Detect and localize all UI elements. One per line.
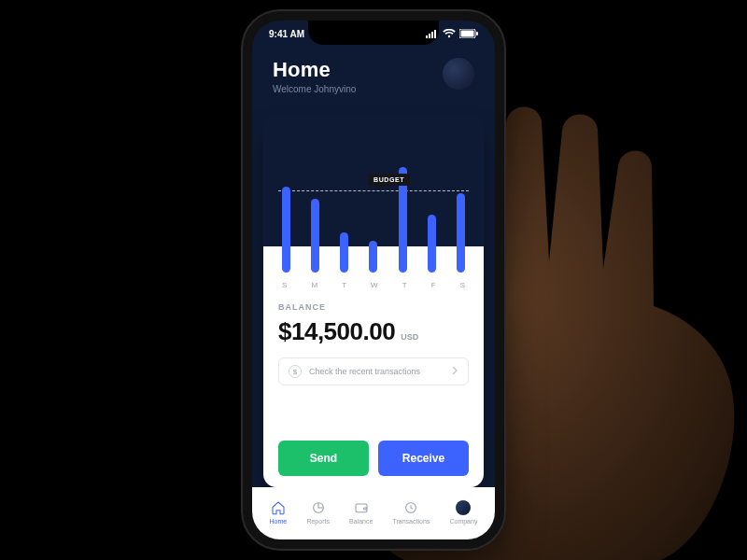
home-icon: [271, 500, 286, 515]
svg-rect-1: [429, 34, 430, 38]
balance-currency: USD: [401, 332, 418, 342]
svg-rect-5: [461, 31, 474, 37]
tab-balance-label: Balance: [349, 518, 373, 525]
budget-tag: BUDGET: [368, 174, 410, 186]
svg-rect-2: [431, 32, 433, 38]
phone-frame: 9:41 AM Home Welcome Johnyvino EXPENSE B…: [243, 11, 504, 549]
main-card: EXPENSE BUDGET SMTWTFS BALANCE $14,500.0…: [263, 123, 484, 487]
tab-home[interactable]: Home: [270, 500, 288, 525]
chart-x-label: T: [342, 281, 346, 289]
status-time: 9:41 AM: [269, 29, 304, 39]
recent-transactions-label: Check the recent transactions: [309, 367, 420, 376]
chart-bar: [311, 199, 319, 273]
receive-button[interactable]: Receive: [378, 441, 469, 476]
tab-company-label: Company: [449, 518, 477, 525]
chart-x-label: M: [311, 281, 317, 289]
chart-bar: [282, 187, 290, 273]
avatar[interactable]: [443, 58, 474, 90]
clock-icon: [403, 500, 418, 515]
tab-balance[interactable]: Balance: [349, 500, 373, 525]
recent-transactions-link[interactable]: $ Check the recent transactions: [278, 357, 469, 385]
svg-rect-3: [434, 30, 436, 38]
chart-bar: [340, 232, 348, 273]
expense-chart: BUDGET SMTWTFS: [278, 157, 469, 289]
svg-rect-6: [476, 32, 478, 35]
chart-x-label: S: [460, 281, 465, 289]
company-avatar-icon: [456, 500, 471, 515]
tab-transactions[interactable]: Transactions: [392, 500, 430, 525]
status-bar: 9:41 AM: [252, 26, 495, 41]
tab-home-label: Home: [270, 518, 288, 525]
chart-x-label: S: [282, 281, 287, 289]
wifi-icon: [443, 29, 456, 38]
dollar-icon: $: [289, 365, 302, 378]
welcome-text: Welcome Johnyvino: [273, 84, 474, 94]
signal-icon: [426, 30, 439, 38]
chart-x-label: W: [371, 281, 378, 289]
chart-bar: [369, 241, 377, 273]
balance-amount: $14,500.00: [278, 317, 395, 346]
tab-reports-label: Reports: [306, 518, 330, 525]
tab-company[interactable]: Company: [449, 500, 477, 525]
tab-transactions-label: Transactions: [392, 518, 430, 525]
balance-label: BALANCE: [278, 302, 469, 312]
chart-x-label: T: [402, 281, 407, 289]
send-button[interactable]: Send: [278, 441, 369, 476]
chart-bar: [428, 215, 436, 273]
chart-x-label: F: [431, 281, 436, 289]
wallet-icon: [354, 500, 369, 515]
pie-chart-icon: [311, 500, 326, 515]
battery-icon: [459, 29, 478, 38]
tab-bar: Home Reports Balance Transactions Compan…: [252, 487, 495, 539]
svg-rect-0: [426, 35, 428, 38]
chart-bar: [457, 193, 465, 273]
chevron-right-icon: [451, 367, 458, 376]
tab-reports[interactable]: Reports: [306, 500, 330, 525]
